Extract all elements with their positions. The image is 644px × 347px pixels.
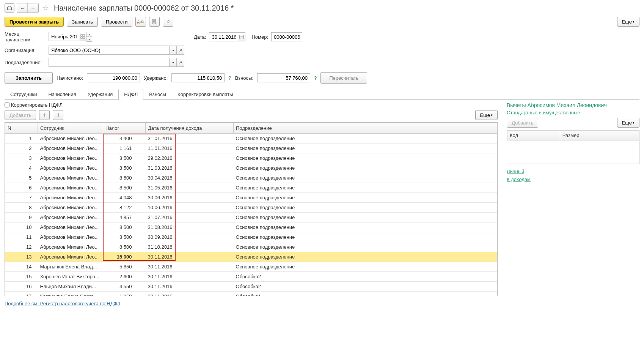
register-link[interactable]: Подробнее см. Регистр налогового учета п… [5,301,498,306]
back-button[interactable]: ← [17,3,28,13]
add-row-button[interactable]: Добавить [5,110,36,120]
home-button[interactable] [5,3,14,13]
svg-rect-0 [152,19,156,24]
table-row[interactable]: 1Абросимов Михаил Лео...3 40031.01.2016О… [5,134,497,144]
month-input[interactable] [49,32,79,41]
withheld-input[interactable] [171,73,225,82]
help-icon[interactable]: ? [314,75,317,81]
col-size[interactable]: Размер [560,131,639,140]
help-icon[interactable]: ? [228,75,231,81]
svg-rect-6 [81,37,83,39]
side-more-button[interactable]: Еще▾ [617,118,639,128]
col-code[interactable]: Код [507,131,560,140]
number-input[interactable] [271,32,302,41]
post-button[interactable]: Провести [101,17,133,27]
to-income-link[interactable]: К доходам [507,177,639,182]
table-row[interactable]: 13Абросимов Михаил Лео...15 00030.11.201… [5,252,497,262]
tab-0[interactable]: Сотрудники [5,89,42,99]
report-button[interactable] [149,17,160,27]
table-row[interactable]: 6Абросимов Михаил Лео...8 50031.05.2016О… [5,183,497,193]
dept-label: Подразделение: [5,60,46,65]
table-row[interactable]: 17Костюшко Елена Серге...1 95030.11.2016… [5,292,497,296]
month-picker-icon[interactable] [79,32,86,41]
table-row[interactable]: 10Абросимов Михаил Лео...8 50031.08.2016… [5,222,497,232]
tabs-bar: СотрудникиНачисленияУдержанияНДФЛВзносыК… [5,89,639,100]
page-title: Начисление зарплаты 0000-000062 от 30.11… [54,4,234,13]
table-row[interactable]: 9Абросимов Михаил Лео...4 85731.07.2016О… [5,213,497,222]
table-row[interactable]: 4Абросимов Михаил Лео...8 50031.03.2016О… [5,163,497,173]
svg-rect-4 [81,35,83,36]
col-n[interactable]: N [5,123,38,134]
tab-3[interactable]: НДФЛ [118,89,143,100]
dt-kt-button[interactable]: ДтКт [135,17,146,27]
attachment-button[interactable] [163,17,173,27]
std-deductions-link[interactable]: Стандартные и имущественные [507,110,639,115]
contrib-label: Взносы: [235,75,254,81]
ndfl-table: N Сотрудник Налог Дата получения дохода … [5,122,498,296]
tab-2[interactable]: Удержания [82,89,119,99]
dept-input[interactable] [49,58,169,67]
month-up-icon[interactable]: ▲ [86,32,92,37]
col-date[interactable]: Дата получения дохода [146,123,234,134]
deductions-table: Код Размер [507,130,639,164]
table-more-button[interactable]: Еще▾ [475,110,498,120]
move-up-button[interactable]: ⬆ [39,110,50,120]
svg-rect-7 [83,37,85,39]
org-dropdown-icon[interactable]: ▾ [169,46,177,55]
svg-rect-8 [240,35,244,39]
more-button[interactable]: Еще▾ [617,17,639,27]
tab-4[interactable]: Взносы [143,89,172,99]
table-row[interactable]: 15Хорошев Игнат Викторо...2 60030.11.201… [5,272,497,282]
number-label: Номер: [251,34,268,40]
table-row[interactable]: 2Абросимов Михаил Лео...1 16111.01.2016О… [5,144,497,153]
write-button[interactable]: Записать [67,17,98,27]
date-label: Дата: [194,34,206,40]
tab-5[interactable]: Корректировки выплаты [172,89,239,99]
accrued-label: Начислено: [57,75,83,81]
dept-open-icon[interactable]: ↗ [177,58,184,67]
date-input[interactable] [209,32,238,41]
table-row[interactable]: 12Абросимов Михаил Лео...8 50031.10.2016… [5,242,497,252]
org-open-icon[interactable]: ↗ [177,46,184,55]
month-label: Месяц начисления: [5,31,46,43]
deductions-title: Вычеты Абросимов Михаил Леонидович [507,102,639,108]
table-row[interactable]: 14Мартынюк Елена Влад...5 85030.11.2016О… [5,262,497,272]
move-down-button[interactable]: ⬇ [53,110,63,120]
correct-ndfl-checkbox[interactable]: Корректировать НДФЛ [5,102,63,108]
fill-button[interactable]: Заполнить [5,72,53,84]
table-row[interactable]: 3Абросимов Михаил Лео...8 50029.02.2016О… [5,153,497,163]
accrued-input[interactable] [87,73,140,82]
side-add-button[interactable]: Добавить [507,118,538,128]
table-row[interactable]: 8Абросимов Михаил Лео...8 12210.06.2016О… [5,203,497,213]
org-label: Организация: [5,47,46,53]
favorite-icon[interactable]: ☆ [41,4,49,12]
month-down-icon[interactable]: ▼ [86,37,92,41]
personal-link[interactable]: Личный [507,169,639,174]
dept-dropdown-icon[interactable]: ▾ [169,58,177,67]
table-row[interactable]: 16Ельцов Михаил Влади...4 55030.11.2016О… [5,282,497,292]
col-emp[interactable]: Сотрудник [38,123,103,134]
table-row[interactable]: 7Абросимов Михаил Лео...4 04830.06.2016О… [5,193,497,203]
col-tax[interactable]: Налог [103,123,146,134]
recalc-button[interactable]: Пересчитать [320,72,367,84]
calendar-icon[interactable] [238,32,245,41]
tab-1[interactable]: Начисления [42,89,82,99]
post-close-button[interactable]: Провести и закрыть [5,17,64,27]
contrib-input[interactable] [257,73,310,82]
table-row[interactable]: 11Абросимов Михаил Лео...8 50030.09.2016… [5,232,497,242]
svg-rect-5 [83,35,85,36]
table-row[interactable]: 5Абросимов Михаил Лео...8 50030.04.2016О… [5,173,497,183]
withheld-label: Удержано: [144,75,168,81]
org-input[interactable] [49,46,169,55]
forward-button[interactable]: → [28,3,38,13]
col-dept[interactable]: Подразделение [234,123,497,134]
